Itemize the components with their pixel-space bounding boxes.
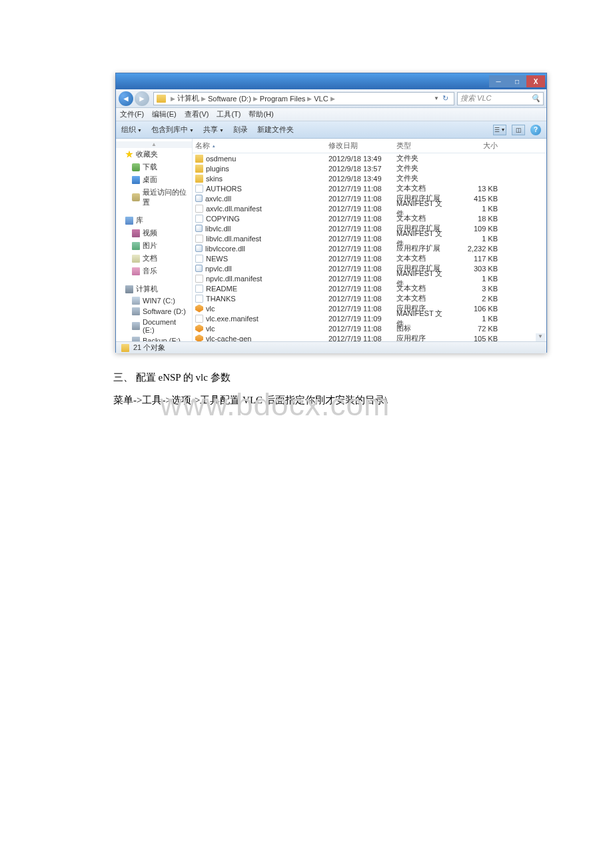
- file-row[interactable]: libvlc.dll2012/7/19 11:08应用程序扩展109 KB: [193, 223, 546, 233]
- file-row[interactable]: osdmenu2012/9/18 13:49文件夹: [193, 153, 546, 163]
- sidebar-downloads[interactable]: 下载: [116, 161, 192, 173]
- titlebar[interactable]: ─ □ X: [116, 73, 546, 89]
- burn-button[interactable]: 刻录: [233, 125, 248, 135]
- menu-help[interactable]: 帮助(H): [249, 109, 273, 119]
- file-row[interactable]: vlc2012/7/19 11:08应用程序106 KB: [193, 303, 546, 313]
- file-row[interactable]: axvlc.dll.manifest2012/7/19 11:08MANIFES…: [193, 203, 546, 213]
- view-options-button[interactable]: ☰▼: [493, 125, 506, 135]
- maximize-button[interactable]: □: [508, 75, 526, 87]
- refresh-icon[interactable]: ↻: [439, 93, 451, 105]
- file-icon: [195, 205, 203, 213]
- newfolder-button[interactable]: 新建文件夹: [257, 125, 294, 135]
- breadcrumb-item[interactable]: 计算机: [177, 93, 199, 103]
- file-icon: [195, 325, 203, 333]
- file-row[interactable]: libvlc.dll.manifest2012/7/19 11:08MANIFE…: [193, 233, 546, 243]
- sidebar-libraries[interactable]: 库: [116, 214, 192, 227]
- file-size: 1 KB: [452, 275, 500, 283]
- minimize-button[interactable]: ─: [489, 75, 508, 87]
- sidebar-documents[interactable]: 文档: [116, 252, 192, 265]
- file-icon: [195, 185, 203, 193]
- search-input[interactable]: 搜索 VLC 🔍: [457, 92, 544, 105]
- file-row[interactable]: THANKS2012/7/19 11:08文本文档2 KB: [193, 293, 546, 303]
- breadcrumb-item[interactable]: Program Files: [260, 95, 305, 103]
- menu-edit[interactable]: 编辑(E): [152, 109, 177, 119]
- file-row[interactable]: vlc.exe.manifest2012/7/19 11:09MANIFEST …: [193, 313, 546, 323]
- file-row[interactable]: npvlc.dll.manifest2012/7/19 11:08MANIFES…: [193, 273, 546, 283]
- sidebar-drive-f[interactable]: Backup (F:): [116, 335, 192, 341]
- share-button[interactable]: 共享▼: [203, 125, 224, 135]
- file-row[interactable]: vlc2012/7/19 11:08图标72 KB: [193, 323, 546, 333]
- file-date: 2012/7/19 11:08: [326, 245, 394, 253]
- file-type: 文本文档: [394, 183, 452, 193]
- file-size: 1 KB: [452, 235, 500, 243]
- file-icon: [195, 215, 203, 223]
- file-date: 2012/7/19 11:08: [326, 275, 394, 283]
- file-row[interactable]: npvlc.dll2012/7/19 11:08应用程序扩展303 KB: [193, 263, 546, 273]
- file-name: THANKS: [206, 295, 236, 303]
- file-row[interactable]: axvlc.dll2012/7/19 11:08应用程序扩展415 KB: [193, 193, 546, 203]
- file-row[interactable]: NEWS2012/7/19 11:08文本文档117 KB: [193, 253, 546, 263]
- file-date: 2012/7/19 11:08: [326, 205, 394, 213]
- header-date[interactable]: 修改日期: [326, 141, 394, 151]
- content-area: ▲ 收藏夹 下载 桌面 最近访问的位置 库 视频 图片 文档 音乐 计算机 WI…: [116, 139, 546, 341]
- sidebar-drive-d[interactable]: Software (D:): [116, 306, 192, 317]
- file-row[interactable]: libvlccore.dll2012/7/19 11:08应用程序扩展2,232…: [193, 243, 546, 253]
- file-icon: [195, 155, 203, 163]
- menu-view[interactable]: 查看(V): [185, 109, 209, 119]
- close-button[interactable]: X: [526, 75, 545, 87]
- file-size: 18 KB: [452, 215, 500, 223]
- file-row[interactable]: README2012/7/19 11:08文本文档3 KB: [193, 283, 546, 293]
- drive-icon: [132, 337, 140, 341]
- help-icon[interactable]: ?: [530, 125, 541, 135]
- header-name[interactable]: 名称▴: [193, 141, 326, 151]
- sidebar-computer[interactable]: 计算机: [116, 283, 192, 295]
- forward-button[interactable]: ►: [135, 91, 149, 106]
- chevron-right-icon: ▶: [253, 95, 258, 102]
- file-date: 2012/7/19 11:08: [326, 335, 394, 342]
- sidebar-videos[interactable]: 视频: [116, 227, 192, 239]
- file-row[interactable]: plugins2012/9/18 13:57文件夹: [193, 163, 546, 173]
- file-icon: [195, 295, 203, 303]
- sidebar-drive-e[interactable]: Document (E:): [116, 317, 192, 335]
- drive-icon: [132, 322, 140, 330]
- breadcrumb[interactable]: ▶ 计算机 ▶ Software (D:) ▶ Program Files ▶ …: [153, 92, 454, 105]
- menu-tools[interactable]: 工具(T): [217, 109, 241, 119]
- sidebar-favorites[interactable]: 收藏夹: [116, 148, 192, 161]
- file-date: 2012/9/18 13:49: [326, 175, 394, 183]
- include-button[interactable]: 包含到库中▼: [151, 125, 194, 135]
- menubar: 文件(F) 编辑(E) 查看(V) 工具(T) 帮助(H): [116, 108, 546, 121]
- explorer-window: ─ □ X ◄ ► ▶ 计算机 ▶ Software (D:) ▶ Progra…: [115, 73, 547, 353]
- chevron-down-icon[interactable]: ▼: [434, 95, 439, 101]
- back-button[interactable]: ◄: [119, 91, 133, 106]
- search-icon: 🔍: [531, 94, 540, 103]
- file-row[interactable]: skins2012/9/18 13:49文件夹: [193, 173, 546, 183]
- header-type[interactable]: 类型: [394, 141, 452, 151]
- file-size: 105 KB: [452, 335, 500, 342]
- file-type: 图标: [394, 323, 452, 333]
- file-size: 13 KB: [452, 185, 500, 193]
- organize-button[interactable]: 组织▼: [121, 125, 142, 135]
- folder-icon: [157, 95, 166, 103]
- sidebar-desktop[interactable]: 桌面: [116, 173, 192, 186]
- preview-pane-button[interactable]: ◫: [512, 125, 525, 135]
- sidebar-drive-c[interactable]: WIN7 (C:): [116, 295, 192, 306]
- folder-icon: [121, 344, 129, 352]
- file-row[interactable]: vlc-cache-gen2012/7/19 11:08应用程序105 KB: [193, 333, 546, 341]
- statusbar: 21 个对象: [116, 341, 546, 353]
- sidebar-recent[interactable]: 最近访问的位置: [116, 186, 192, 209]
- sidebar-pictures[interactable]: 图片: [116, 239, 192, 252]
- breadcrumb-item[interactable]: Software (D:): [208, 95, 251, 103]
- file-icon: [195, 175, 203, 183]
- scroll-up-icon[interactable]: ▲: [116, 141, 192, 148]
- file-row[interactable]: COPYING2012/7/19 11:08文本文档18 KB: [193, 213, 546, 223]
- menu-file[interactable]: 文件(F): [120, 109, 144, 119]
- file-row[interactable]: AUTHORS2012/7/19 11:08文本文档13 KB: [193, 183, 546, 193]
- sidebar-music[interactable]: 音乐: [116, 265, 192, 277]
- scroll-down-icon[interactable]: ▼: [536, 333, 545, 341]
- download-icon: [132, 163, 140, 171]
- file-size: 1 KB: [452, 205, 500, 213]
- file-icon: [195, 285, 203, 293]
- header-size[interactable]: 大小: [452, 141, 500, 151]
- breadcrumb-item[interactable]: VLC: [314, 95, 328, 103]
- file-type: 文本文档: [394, 283, 452, 293]
